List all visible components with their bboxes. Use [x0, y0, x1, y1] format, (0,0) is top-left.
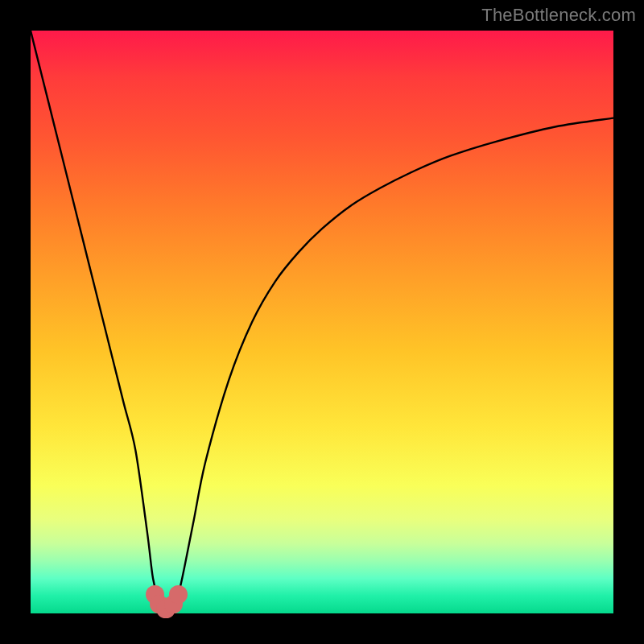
curve-marker — [169, 585, 188, 604]
bottleneck-curve — [31, 31, 613, 613]
plot-area — [31, 31, 613, 613]
curve-svg — [31, 31, 613, 613]
chart-frame: TheBottleneck.com — [0, 0, 644, 644]
watermark-text: TheBottleneck.com — [481, 5, 636, 26]
